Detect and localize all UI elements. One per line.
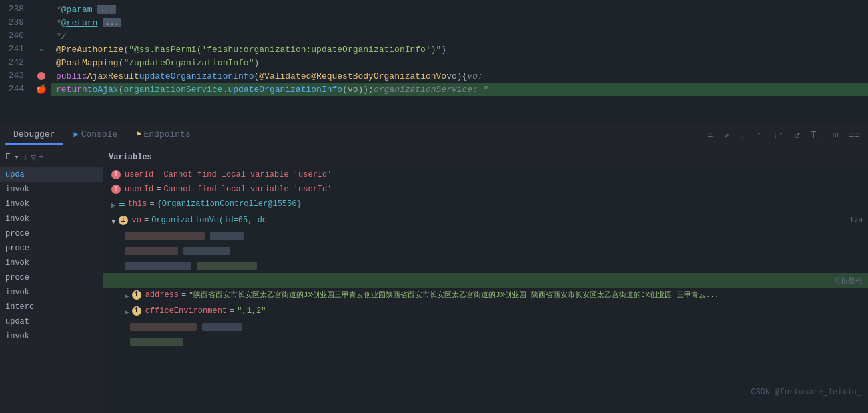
var-row-highlight: 可折叠框 [103,273,868,288]
gutter-242 [32,56,51,69]
office-child-2 [103,334,868,349]
variables-label: Variables [109,153,152,162]
var-name-office: officeEnvironment [145,305,227,317]
var-value-office: ",1,2" [237,305,266,317]
office-child-1 [103,320,868,334]
var-expand-address[interactable]: ▶ [125,290,129,302]
var-row-address: ▶ i address = "陕西省西安市长安区太乙宫街道的JX创业园三甲青云创… [103,288,868,304]
line-241: 241 [0,43,32,56]
code-line-239: * @return ... [51,16,868,29]
line-239: 239 [0,16,32,29]
frames-panel: F ▾ ↓ ▽ + upda invok [0,147,103,413]
toolbar-icon-grid[interactable]: ⊞ [830,128,841,142]
frame-text-6: proce [5,244,29,253]
var-name-address: address [145,289,179,301]
var-value-address: "陕西省西安市长安区太乙宫街道的JX创业园三甲青云创业园陕西省西安市长安区太乙宫… [189,289,719,301]
line-238: 238 [0,3,32,16]
error-icon-2: ! [111,185,121,194]
var-value-vo: OrganizationVo(id=65, de [151,214,267,226]
var-eq-address: = [181,289,186,301]
toolbar-icon-step-over[interactable]: ↗ [721,128,731,142]
var-name-this: this [128,198,147,210]
error-icon-1: ! [111,170,121,179]
var-eq-vo: = [144,214,149,226]
var-expand-vo[interactable]: ▼ [111,216,116,228]
frame-item-9[interactable]: invok [0,285,103,300]
line-243: 243 [0,69,32,83]
code-line-238: * @param ... [51,3,868,16]
gutter-241: ⬦ [32,43,51,56]
var-value-userid-1: Cannot find local variable 'userId' [163,169,332,181]
line-240: 240 [0,29,32,43]
debugger-body: F ▾ ↓ ▽ + upda invok [0,147,868,413]
toolbar-icon-frames[interactable]: T↓ [808,129,825,142]
frame-text-2: invok [5,185,29,194]
gutter-240 [32,29,51,43]
var-eq-this: = [149,198,154,210]
debugger-tabs: Debugger ▶ Console ⚑ Endpoints ≡ ↗ ↓ ↑ ↓… [0,123,868,147]
code-line-241: @PreAuthorize ( "@ss.hasPermi('feishu:or… [51,43,868,56]
debugger-toolbar: ≡ ↗ ↓ ↑ ↓↑ ↺ T↓ ⊞ ≡≡ [705,128,863,142]
var-row-vo: ▼ i vo = OrganizationVo(id=65, de i79 [103,213,868,229]
line-244: 244 [0,83,32,96]
frame-text-5: proce [5,229,29,238]
frame-down-btn[interactable]: ↓ [23,152,28,162]
frame-item-7[interactable]: invok [0,256,103,270]
frame-item-2[interactable]: invok [0,182,103,197]
watermark: CSDN @fortunate_leixin_ [751,388,861,397]
gutter-238 [32,3,51,16]
frames-header: F ▾ ↓ ▽ + [0,147,103,167]
frame-text-1: upda [5,170,25,179]
frame-item-6[interactable]: proce [0,241,103,256]
var-eq-office: = [230,305,234,317]
frame-add-btn[interactable]: + [39,152,44,162]
var-name-vo: vo [132,214,141,226]
vo-child-2 [103,244,868,258]
tab-endpoints-label: Endpoints [144,129,191,139]
frames-label: F [5,152,11,162]
var-expand-this[interactable]: ▶ [111,199,116,212]
info-icon-address: i [132,290,141,300]
gutter-244: 🍎 [32,83,51,96]
frame-item-8[interactable]: proce [0,270,103,285]
code-line-240: */ [51,29,868,43]
frame-item-11[interactable]: updat [0,314,103,329]
frame-item-10[interactable]: interc [0,300,103,314]
tab-console-label: Console [81,129,118,139]
var-value-this: {OrganizationController@15556} [157,198,302,210]
var-expand-office[interactable]: ▶ [125,306,129,318]
toolbar-icon-step-into[interactable]: ↓ [737,129,748,142]
breakpoint-243 [37,72,45,80]
frame-text-9: invok [5,288,29,297]
tab-console[interactable]: ▶ Console [65,125,125,145]
frame-item-4[interactable]: invok [0,212,103,226]
var-row-userid-2: ! userId = Cannot find local variable 'u… [103,182,868,197]
frame-item-3[interactable]: invok [0,197,103,212]
toolbar-icon-menu[interactable]: ≡ [705,129,715,142]
toolbar-icon-run-to-cursor[interactable]: ↓↑ [770,129,787,142]
code-line-242: @PostMapping ( "/updateOrganizationInfo"… [51,56,868,69]
frame-text-11: updat [5,317,29,326]
debugger-panel: Debugger ▶ Console ⚑ Endpoints ≡ ↗ ↓ ↑ ↓… [0,123,868,413]
frame-item-5[interactable]: proce [0,226,103,241]
line-242: 242 [0,56,32,69]
var-row-office: ▶ i officeEnvironment = ",1,2" [103,304,868,320]
code-editor: 238 239 240 241 242 243 244 ⬦ [0,0,868,123]
tab-debugger[interactable]: Debugger [5,125,63,145]
vo-child-3 [103,258,868,273]
var-row-userid-1: ! userId = Cannot find local variable 'u… [103,167,868,182]
info-icon-vo: i [119,216,128,225]
variables-panel: ! userId = Cannot find local variable 'u… [103,167,868,413]
var-row-this: ▶ ☰ this = {OrganizationController@15556… [103,197,868,213]
frame-list: upda invok invok invok proce p [0,167,103,413]
toolbar-icon-list[interactable]: ≡≡ [846,129,863,142]
frame-filter-btn[interactable]: ▽ [31,152,36,163]
frame-controls: ↓ ▽ + [23,152,43,163]
frame-text-12: invok [5,332,29,341]
info-icon-office: i [132,306,141,316]
frame-item-1[interactable]: upda [0,167,103,182]
toolbar-icon-step-out[interactable]: ↑ [753,129,764,142]
frame-item-12[interactable]: invok [0,329,103,344]
toolbar-icon-evaluate[interactable]: ↺ [792,128,803,142]
tab-endpoints[interactable]: ⚑ Endpoints [128,125,198,145]
